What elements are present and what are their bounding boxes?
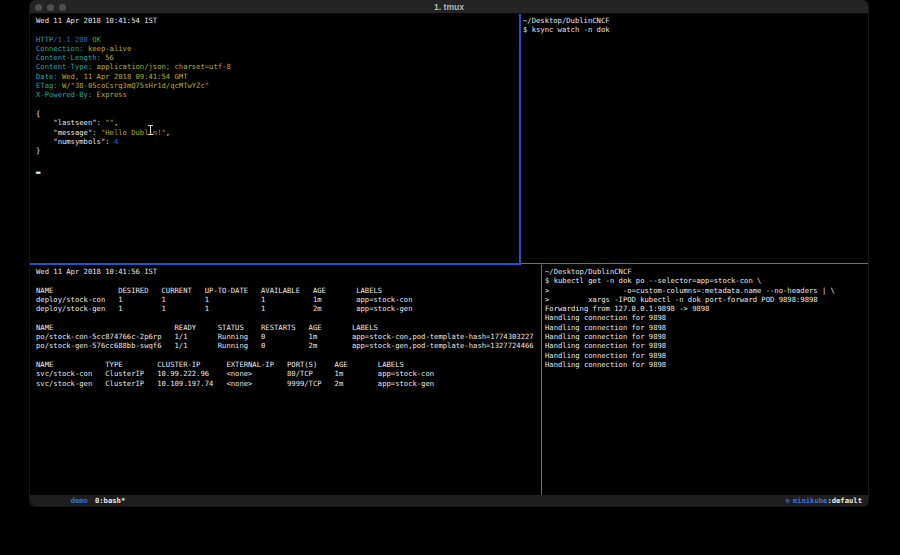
terminal-line: ~/Desktop/DublinCNCF (545, 267, 868, 276)
terminal-text-segment: Forwarding from 127.0.0.1:9898 -> 9898 (545, 304, 709, 313)
terminal-line: po/stock-con-5cc874766c-2p6rp 1/1 Runnin… (36, 332, 541, 341)
terminal-text-segment: Connection: (36, 44, 88, 53)
terminal-text-segment: 4 (114, 137, 118, 146)
terminal-text-segment: } (36, 146, 40, 155)
terminal-text-segment: $ ksync watch -n dok (523, 25, 610, 34)
terminal-line: svc/stock-gen ClusterIP 10.109.197.74 <n… (36, 379, 541, 388)
terminal-text-segment: "Hello Dublin!" (101, 128, 166, 137)
terminal-text-segment: Handling connection for 9898 (545, 341, 666, 350)
terminal-line: Forwarding from 127.0.0.1:9898 -> 9898 (545, 304, 868, 313)
terminal-text-segment: po/stock-gen-576cc688bb-swqf6 1/1 Runnin… (36, 341, 534, 350)
terminal-text-segment: Handling connection for 9898 (545, 351, 666, 360)
terminal-text-segment: "lastseen": (36, 118, 105, 127)
window-label[interactable]: 0:bash* (95, 496, 125, 505)
terminal-line: $ ksync watch -n dok (523, 25, 868, 34)
terminal-text-segment: po/stock-con-5cc874766c-2p6rp 1/1 Runnin… (36, 332, 534, 341)
terminal-text-segment: 56 (105, 53, 114, 62)
pane-http-response[interactable]: Wed 11 Apr 2018 10:41:54 IST HTTP/1.1 20… (30, 14, 519, 263)
tmux-session-area: Wed 11 Apr 2018 10:41:54 IST HTTP/1.1 20… (30, 14, 868, 495)
terminal-line: "message": "Hello Dublin!", (36, 128, 519, 137)
terminal-text-segment: , (114, 118, 118, 127)
terminal-line: } (36, 146, 519, 155)
terminal-line: "numsymbols": 4 (36, 137, 519, 146)
terminal-text-segment: ▂ (36, 165, 40, 174)
terminal-line (36, 276, 541, 285)
terminal-text-segment: Date: (36, 72, 62, 81)
terminal-text-segment: deploy/stock-gen 1 1 1 1 2m app=stock-ge… (36, 304, 412, 313)
terminal-text-segment: svc/stock-con ClusterIP 10.99.222.96 <no… (36, 369, 434, 378)
terminal-line: > -o=custom-columns=:metadata.name --no-… (545, 286, 868, 295)
terminal-line: $ kubectl get -n dok po --selector=app=s… (545, 276, 868, 285)
terminal-line: { (36, 109, 519, 118)
terminal-text-segment: Wed 11 Apr 2018 10:41:54 IST (36, 16, 157, 25)
helm-icon: ⎈ (785, 496, 791, 505)
mouse-cursor-ibeam-icon (148, 125, 153, 135)
terminal-line: Content-Type: application/json; charset=… (36, 62, 519, 71)
terminal-text-segment: /1.1 200 (53, 35, 92, 44)
terminal-text-segment: NAME READY STATUS RESTARTS AGE LABELS (36, 323, 378, 332)
terminal-line (36, 351, 541, 360)
terminal-text-segment: ETag: (36, 81, 62, 90)
terminal-text-segment: X-Powered-By: (36, 90, 97, 99)
terminal-line: NAME READY STATUS RESTARTS AGE LABELS (36, 323, 541, 332)
status-left: demo0:bash* (36, 484, 125, 506)
terminal-text-segment: "" (105, 118, 114, 127)
window-titlebar[interactable]: 1. tmux (30, 0, 868, 14)
terminal-line: deploy/stock-gen 1 1 1 1 2m app=stock-ge… (36, 304, 541, 313)
terminal-window: 1. tmux Wed 11 Apr 2018 10:41:54 IST HTT… (30, 0, 868, 506)
terminal-line: NAME DESIRED CURRENT UP-TO-DATE AVAILABL… (36, 286, 541, 295)
terminal-line: Handling connection for 9898 (545, 360, 868, 369)
terminal-text-segment: Handling connection for 9898 (545, 313, 666, 322)
terminal-text-segment: Handling connection for 9898 (545, 360, 666, 369)
terminal-line: Handling connection for 9898 (545, 313, 868, 322)
terminal-text-segment: NAME TYPE CLUSTER-IP EXTERNAL-IP PORT(S)… (36, 360, 404, 369)
terminal-line (36, 313, 541, 322)
terminal-line: Content-Length: 56 (36, 53, 519, 62)
terminal-line (36, 25, 519, 34)
terminal-line: ETag: W/"38-05coCsrg3mQ75sHr1d/qcMTwYZc" (36, 81, 519, 90)
terminal-line: HTTP/1.1 200 OK (36, 35, 519, 44)
terminal-text-segment: Content-Type: (36, 62, 97, 71)
terminal-text-segment: { (36, 109, 40, 118)
pane-ksync-watch[interactable]: ~/Desktop/DublinCNCF$ ksync watch -n dok (521, 14, 868, 263)
terminal-text-segment: $ kubectl get -n dok po --selector=app=s… (545, 276, 761, 285)
terminal-text-segment: application/json; charset=utf-8 (97, 62, 231, 71)
terminal-line (36, 100, 519, 109)
status-right: ⎈minikube:default (750, 484, 862, 506)
terminal-line: Date: Wed, 11 Apr 2018 09:41:54 GMT (36, 72, 519, 81)
terminal-line: Handling connection for 9898 (545, 351, 868, 360)
terminal-text-segment: NAME DESIRED CURRENT UP-TO-DATE AVAILABL… (36, 286, 382, 295)
terminal-line: "lastseen": "", (36, 118, 519, 127)
terminal-line: Wed 11 Apr 2018 10:41:56 IST (36, 267, 541, 276)
terminal-line: > xargs -IPOD kubectl -n dok port-forwar… (545, 295, 868, 304)
terminal-text-segment: deploy/stock-con 1 1 1 1 1m app=stock-co… (36, 295, 412, 304)
terminal-text-segment: Wed, 11 Apr 2018 09:41:54 GMT (62, 72, 188, 81)
terminal-line: Handling connection for 9898 (545, 323, 868, 332)
terminal-line: NAME TYPE CLUSTER-IP EXTERNAL-IP PORT(S)… (36, 360, 541, 369)
terminal-text-segment: HTTP (36, 35, 53, 44)
terminal-line: deploy/stock-con 1 1 1 1 1m app=stock-co… (36, 295, 541, 304)
pane-kubectl-resources[interactable]: Wed 11 Apr 2018 10:41:56 IST NAME DESIRE… (30, 265, 541, 495)
terminal-text-segment: W/"38-05coCsrg3mQ75sHr1d/qcMTwYZc" (62, 81, 209, 90)
kube-context: minikube (793, 496, 828, 505)
terminal-text-segment: "numsymbols": (36, 137, 114, 146)
terminal-text-segment: Handling connection for 9898 (545, 332, 666, 341)
terminal-text-segment: "message": (36, 128, 101, 137)
pane-port-forward[interactable]: ~/Desktop/DublinCNCF$ kubectl get -n dok… (542, 265, 868, 495)
terminal-text-segment: svc/stock-gen ClusterIP 10.109.197.74 <n… (36, 379, 434, 388)
session-name: demo (71, 496, 88, 505)
pane-divider-horizontal[interactable] (521, 263, 868, 264)
terminal-text-segment: , (166, 128, 170, 137)
terminal-text-segment: ~/Desktop/DublinCNCF (523, 16, 610, 25)
tmux-status-bar: demo0:bash* ⎈minikube:default (30, 495, 868, 506)
terminal-line: ~/Desktop/DublinCNCF (523, 16, 868, 25)
desktop-background: 1. tmux Wed 11 Apr 2018 10:41:54 IST HTT… (0, 0, 900, 555)
terminal-line: Wed 11 Apr 2018 10:41:54 IST (36, 16, 519, 25)
terminal-text-segment: Content-Length: (36, 53, 105, 62)
terminal-line (36, 155, 519, 164)
terminal-text-segment: > xargs -IPOD kubectl -n dok port-forwar… (545, 295, 818, 304)
terminal-line: ▂ (36, 165, 519, 174)
terminal-text-segment: > -o=custom-columns=:metadata.name --no-… (545, 286, 835, 295)
terminal-line: Connection: keep-alive (36, 44, 519, 53)
terminal-line: po/stock-gen-576cc688bb-swqf6 1/1 Runnin… (36, 341, 541, 350)
